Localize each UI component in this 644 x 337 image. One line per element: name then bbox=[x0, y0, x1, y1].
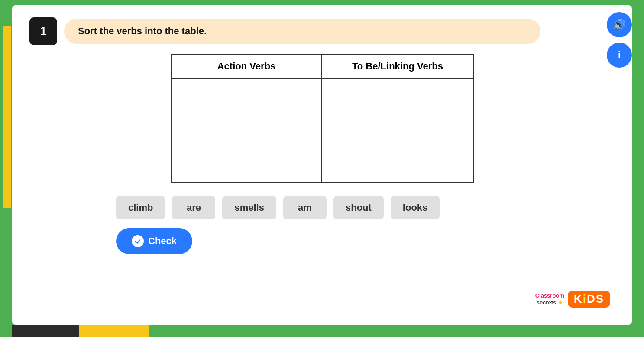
check-button-label: Check bbox=[148, 236, 177, 247]
star-icon: ★ bbox=[558, 299, 563, 306]
secrets-text: secrets bbox=[537, 299, 557, 306]
bottom-yellow-bar bbox=[79, 325, 149, 337]
info-icon: i bbox=[618, 49, 621, 61]
word-chip-looks[interactable]: looks bbox=[391, 196, 440, 219]
bottom-accents bbox=[12, 325, 149, 337]
question-header: 1 Sort the verbs into the table. bbox=[29, 17, 615, 45]
word-chip-climb[interactable]: climb bbox=[116, 196, 165, 219]
classroom-secrets-logo: Classroom secrets ★ bbox=[535, 292, 564, 306]
linking-verbs-cell[interactable] bbox=[322, 79, 473, 183]
col2-header: To Be/Linking Verbs bbox=[322, 54, 473, 79]
question-text: Sort the verbs into the table. bbox=[64, 19, 540, 44]
sound-button[interactable]: 🔊 bbox=[607, 12, 632, 37]
left-accent bbox=[3, 26, 11, 208]
action-verbs-cell[interactable] bbox=[171, 79, 322, 183]
classroom-text: Classroom bbox=[535, 292, 564, 299]
info-button[interactable]: i bbox=[607, 43, 632, 68]
sound-icon: 🔊 bbox=[613, 19, 626, 31]
word-chip-are[interactable]: are bbox=[172, 196, 215, 219]
question-number: 1 bbox=[29, 17, 57, 45]
sort-table-container: Action Verbs To Be/Linking Verbs bbox=[12, 54, 632, 183]
col1-header: Action Verbs bbox=[171, 54, 322, 79]
check-button[interactable]: Check bbox=[116, 228, 192, 254]
logo-area: Classroom secrets ★ KiDS bbox=[535, 291, 610, 308]
check-area: Check bbox=[29, 228, 615, 254]
sort-table: Action Verbs To Be/Linking Verbs bbox=[171, 54, 474, 183]
word-chip-smells[interactable]: smells bbox=[222, 196, 276, 219]
check-icon bbox=[132, 235, 144, 247]
main-content: 1 Sort the verbs into the table. Action … bbox=[12, 5, 632, 325]
word-chip-shout[interactable]: shout bbox=[333, 196, 384, 219]
right-buttons: 🔊 i bbox=[607, 12, 632, 68]
words-area: climb are smells am shout looks bbox=[29, 196, 615, 219]
word-chip-am[interactable]: am bbox=[283, 196, 327, 219]
bottom-dark-bar bbox=[12, 325, 79, 337]
kids-logo: KiDS bbox=[568, 291, 610, 308]
